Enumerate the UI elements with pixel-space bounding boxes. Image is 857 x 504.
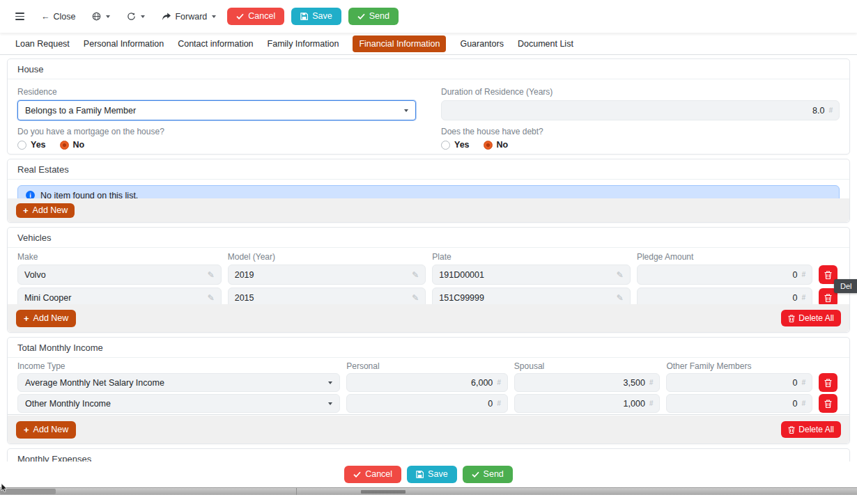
tab-loan-request[interactable]: Loan Request [15,39,70,49]
other-income-input[interactable]: 0# [666,373,812,392]
arrow-left-icon: ← [41,12,50,22]
personal-income-input[interactable]: 0# [346,394,508,413]
globe-menu-button[interactable] [86,8,116,25]
horizontal-scrollbar[interactable] [0,487,857,495]
residence-value: Belongs to a Family Member [25,106,404,116]
debt-yes-radio[interactable]: Yes [441,140,470,150]
income-type-select[interactable]: Average Monthly Net Salary Income [17,373,340,392]
make-input[interactable]: Volvo✎ [17,265,222,285]
chevron-down-icon [141,15,145,18]
radio-label: No [73,140,85,150]
mortgage-no-radio[interactable]: No [60,140,85,150]
duration-input[interactable]: 8.0 # [441,100,840,120]
send-button[interactable]: Send [463,466,513,483]
tab-family-information[interactable]: Family Information [268,39,339,49]
cancel-button[interactable]: Cancel [227,8,284,25]
vehicles-section: Vehicles Make Model (Year) Plate Pledge … [7,227,850,333]
radio-icon [17,141,26,150]
residence-select[interactable]: Belongs to a Family Member [17,100,416,120]
delete-all-income-button[interactable]: Delete All [781,421,841,438]
debt-question-label: Does the house have debt? [441,127,840,136]
save-label: Save [312,12,332,21]
number-icon: # [649,379,654,386]
pledge-input[interactable]: 0# [637,265,812,285]
save-icon [416,471,424,478]
save-button[interactable]: Save [291,8,341,25]
number-icon: # [649,400,654,407]
add-real-estate-button[interactable]: + Add New [16,203,75,218]
number-icon: # [497,400,501,407]
house-section: House Residence Belongs to a Family Memb… [7,58,850,155]
delete-row-button[interactable] [819,394,837,413]
other-value: 0 [673,378,797,388]
send-label: Send [484,470,504,479]
add-income-button[interactable]: + Add New [16,421,76,439]
save-label: Save [428,470,448,479]
income-table-header: Income Type Personal Spousal Other Famil… [8,358,849,373]
table-footer: + Add New [8,198,849,222]
spousal-income-input[interactable]: 1,000# [514,394,661,413]
pencil-icon: ✎ [617,271,624,279]
column-header: Spousal [514,361,661,371]
radio-label: Yes [31,140,46,150]
personal-value: 0 [353,399,493,409]
trash-icon [788,426,795,434]
menu-button[interactable] [10,8,30,24]
section-title: Vehicles [8,228,849,248]
plus-icon: + [24,314,29,323]
other-value: 0 [673,399,797,409]
table-row: Other Monthly Income 0# 1,000# 0# [8,394,849,413]
mortgage-yes-radio[interactable]: Yes [17,140,46,150]
cancel-button[interactable]: Cancel [344,466,401,483]
debt-no-radio[interactable]: No [484,140,509,150]
plate-input[interactable]: 191D00001✎ [432,265,631,285]
pledge-value: 0 [644,293,798,303]
tab-financial-information[interactable]: Financial Information [353,36,446,52]
income-type-select[interactable]: Other Monthly Income [17,394,340,413]
income-type-value: Average Monthly Net Salary Income [25,378,328,388]
delete-all-vehicles-button[interactable]: Delete All [781,310,841,326]
mouse-cursor-icon [1,483,8,493]
history-icon [127,12,136,21]
tab-document-list[interactable]: Document List [518,39,573,49]
personal-value: 6,000 [353,378,493,388]
forward-button[interactable]: Forward [156,8,222,26]
make-value: Mini Cooper [24,293,203,303]
delete-all-label: Delete All [798,314,834,322]
trash-icon [788,315,795,322]
tab-guarantors[interactable]: Guarantors [460,39,504,49]
tab-contact-information[interactable]: Contact information [178,39,253,49]
mortgage-question-label: Do you have a mortgage on the house? [17,127,416,136]
spousal-income-input[interactable]: 3,500# [514,373,661,392]
save-icon [300,13,308,20]
menu-icon [15,13,24,20]
close-button[interactable]: ← Close [36,8,81,26]
section-title: Real Estates [8,159,849,180]
check-icon [357,13,365,19]
send-button[interactable]: Send [348,8,399,25]
other-income-input[interactable]: 0# [666,394,812,413]
delete-row-button[interactable] [819,373,837,392]
duration-value: 8.0 [448,106,824,116]
caret-down-icon [328,381,332,384]
income-section: Total Monthly Income Income Type Persona… [7,337,850,444]
radio-label: Yes [454,140,470,150]
section-title: Total Monthly Income [8,338,849,358]
save-button[interactable]: Save [407,466,457,483]
scrollbar-thumb[interactable] [0,489,56,494]
delete-tooltip: Del [834,279,857,293]
table-footer: + Add New Delete All [8,304,849,332]
personal-income-input[interactable]: 6,000# [346,373,508,392]
pencil-icon: ✎ [617,294,624,302]
tab-personal-information[interactable]: Personal Information [84,39,164,49]
radio-label: No [497,140,509,150]
plate-value: 151C99999 [439,293,612,303]
add-vehicle-button[interactable]: + Add New [16,310,76,327]
column-header: Make [17,252,222,262]
radio-icon [484,141,493,150]
history-menu-button[interactable] [121,8,150,25]
model-input[interactable]: 2019✎ [228,265,426,285]
send-label: Send [369,12,389,21]
number-icon: # [801,271,805,278]
delete-all-label: Delete All [798,425,834,434]
